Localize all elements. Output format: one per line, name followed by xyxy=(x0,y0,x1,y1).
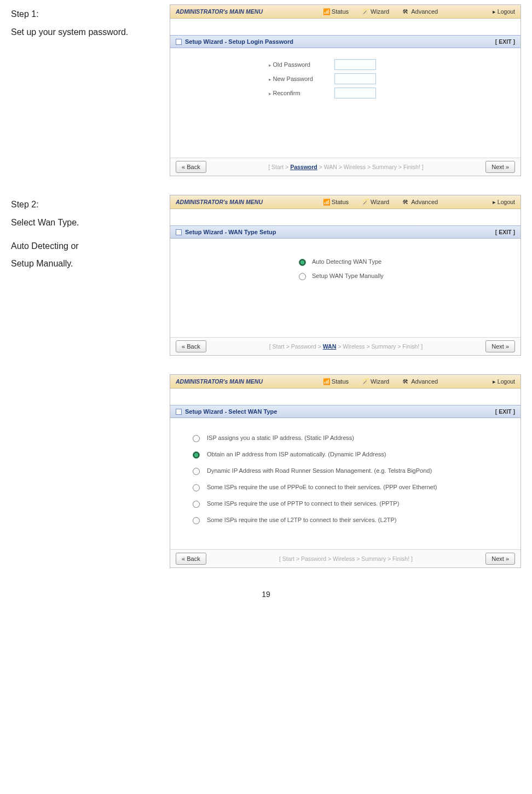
wizard-icon: 🪄 xyxy=(362,8,368,15)
panel2-next-button[interactable]: Next » xyxy=(485,340,515,352)
nav-advanced[interactable]: 🛠Advanced xyxy=(396,378,444,385)
crumb-pre: [ Start > Password > xyxy=(269,343,323,350)
nav-advanced-label: Advanced xyxy=(411,378,438,385)
nav-wizard[interactable]: 🪄 Wizard xyxy=(355,8,396,15)
crumb-pre: [ Start > xyxy=(268,164,290,170)
brand-label: ADMINISTRATOR's MAIN MENU xyxy=(170,199,268,205)
wan-dynamic-radio[interactable] xyxy=(193,451,200,459)
old-password-label: Old Password xyxy=(269,61,334,68)
wan-pppoe-radio[interactable] xyxy=(193,484,200,491)
wan-manual-label: Setup WAN Type Manually xyxy=(312,273,384,279)
wan-l2tp-label: Some ISPs require the use of L2TP to con… xyxy=(207,517,396,523)
nav-status-label: Status xyxy=(332,378,349,385)
nav-status[interactable]: 📶 Status xyxy=(316,8,355,15)
panel3-next-button[interactable]: Next » xyxy=(485,553,515,565)
wizard-icon: 🪄 xyxy=(362,199,368,205)
nav-wizard[interactable]: 🪄Wizard xyxy=(355,199,396,205)
panel2-header: Setup Wizard - WAN Type Setup [ EXIT ] xyxy=(170,225,521,239)
admin-nav: ADMINISTRATOR's MAIN MENU 📶Status 🪄Wizar… xyxy=(170,195,521,209)
wan-bigpond-label: Dynamic IP Address with Road Runner Sess… xyxy=(207,467,432,474)
nav-logout[interactable]: ▸ Logout xyxy=(493,378,521,385)
wan-auto-label: Auto Detecting WAN Type xyxy=(312,258,381,265)
wan-l2tp-option[interactable]: Some ISPs require the use of L2TP to con… xyxy=(190,515,521,524)
panel3-back-button[interactable]: « Back xyxy=(176,553,206,565)
wan-pppoe-label: Some ISPs require the use of PPPoE to co… xyxy=(207,484,437,490)
wan-pptp-option[interactable]: Some ISPs require the use of PPTP to con… xyxy=(190,499,521,508)
panel3-title: Setup Wizard - Select WAN Type xyxy=(185,408,277,415)
step2-aux2: Setup Manually. xyxy=(11,257,170,271)
panel1-back-button[interactable]: « Back xyxy=(176,161,206,173)
reconfirm-label: Reconfirm xyxy=(269,90,334,96)
nav-status[interactable]: 📶Status xyxy=(316,378,355,385)
nav-advanced-label: Advanced xyxy=(411,199,438,205)
panel1-breadcrumb: [ Start > Password > WAN > Wireless > Su… xyxy=(206,164,486,170)
screenshot-step2a: ADMINISTRATOR's MAIN MENU 📶Status 🪄Wizar… xyxy=(170,195,521,356)
reconfirm-input[interactable] xyxy=(334,88,376,98)
crumb-post: Wireless > Summary > Finish! ] xyxy=(333,555,413,562)
nav-logout[interactable]: ▸ Logout xyxy=(493,8,521,15)
new-password-input[interactable] xyxy=(334,73,376,84)
wan-manual-option[interactable]: Setup WAN Type Manually xyxy=(296,271,521,280)
wan-pptp-label: Some ISPs require the use of PPTP to con… xyxy=(207,500,399,507)
advanced-icon: 🛠 xyxy=(402,199,409,205)
panel2-breadcrumb: [ Start > Password > WAN > Wireless > Su… xyxy=(206,343,486,350)
brand-label: ADMINISTRATOR's MAIN MENU xyxy=(170,8,268,15)
admin-nav: ADMINISTRATOR's MAIN MENU 📶Status 🪄Wizar… xyxy=(170,375,521,389)
crumb-pre: [ Start > Password > xyxy=(279,555,331,562)
panel2-back-button[interactable]: « Back xyxy=(176,340,206,352)
status-icon: 📶 xyxy=(323,199,329,205)
wan-pppoe-option[interactable]: Some ISPs require the use of PPPoE to co… xyxy=(190,483,521,491)
advanced-icon: 🛠 xyxy=(402,378,409,385)
status-icon: 📶 xyxy=(323,378,329,385)
wan-manual-radio[interactable] xyxy=(299,273,306,280)
nav-status-label: Status xyxy=(332,8,349,15)
nav-advanced-label: Advanced xyxy=(411,8,438,15)
step1-title: Step 1: xyxy=(11,8,170,21)
admin-nav: ADMINISTRATOR's MAIN MENU 📶 Status 🪄 Wiz… xyxy=(170,5,521,19)
wan-auto-radio[interactable] xyxy=(299,259,306,266)
crumb-post: > Wireless > Summary > Finish! ] xyxy=(336,343,423,350)
nav-wizard-label: Wizard xyxy=(371,199,389,205)
wan-auto-option[interactable]: Auto Detecting WAN Type xyxy=(296,257,521,266)
page-number: 19 xyxy=(11,590,521,599)
wan-dynamic-label: Obtain an IP address from ISP automatica… xyxy=(207,451,386,457)
panel2-title: Setup Wizard - WAN Type Setup xyxy=(185,229,276,235)
panel3-breadcrumb: [ Start > Password > Wireless > Summary … xyxy=(206,555,486,562)
nav-status-label: Status xyxy=(332,199,349,205)
step2-title: Step 2: xyxy=(11,198,170,212)
panel-icon xyxy=(176,229,182,235)
wan-static-radio[interactable] xyxy=(193,435,200,442)
nav-advanced[interactable]: 🛠Advanced xyxy=(396,199,444,205)
nav-status[interactable]: 📶Status xyxy=(316,199,355,205)
crumb-current: Password xyxy=(290,164,317,170)
nav-wizard-label: Wizard xyxy=(371,378,389,385)
nav-logout[interactable]: ▸ Logout xyxy=(493,199,521,205)
panel1-exit[interactable]: [ EXIT ] xyxy=(495,38,515,45)
panel-icon xyxy=(176,409,182,415)
new-password-label: New Password xyxy=(269,76,334,82)
wan-static-option[interactable]: ISP assigns you a static IP address. (St… xyxy=(190,433,521,442)
brand-label: ADMINISTRATOR's MAIN MENU xyxy=(170,378,268,385)
panel1-title: Setup Wizard - Setup Login Password xyxy=(185,38,293,45)
panel1-next-button[interactable]: Next » xyxy=(485,161,515,173)
panel3-exit[interactable]: [ EXIT ] xyxy=(495,408,515,415)
step2-text: Select Wan Type. xyxy=(11,216,170,230)
panel3-header: Setup Wizard - Select WAN Type [ EXIT ] xyxy=(170,405,521,418)
old-password-input[interactable] xyxy=(334,59,376,70)
status-icon: 📶 xyxy=(323,8,329,15)
crumb-current: WAN xyxy=(323,343,337,350)
panel-icon xyxy=(176,39,182,45)
step2-aux1: Auto Detecting or xyxy=(11,240,170,253)
wan-l2tp-radio[interactable] xyxy=(193,517,200,524)
wizard-icon: 🪄 xyxy=(362,378,368,385)
advanced-icon: 🛠 xyxy=(402,8,409,15)
nav-wizard[interactable]: 🪄Wizard xyxy=(355,378,396,385)
step1-text: Set up your system password. xyxy=(11,26,170,39)
wan-bigpond-radio[interactable] xyxy=(193,468,200,475)
panel2-exit[interactable]: [ EXIT ] xyxy=(495,229,515,235)
nav-advanced[interactable]: 🛠 Advanced xyxy=(396,8,444,15)
wan-bigpond-option[interactable]: Dynamic IP Address with Road Runner Sess… xyxy=(190,466,521,475)
screenshot-step2b: ADMINISTRATOR's MAIN MENU 📶Status 🪄Wizar… xyxy=(170,374,521,568)
wan-dynamic-option[interactable]: Obtain an IP address from ISP automatica… xyxy=(190,450,521,459)
wan-pptp-radio[interactable] xyxy=(193,501,200,508)
